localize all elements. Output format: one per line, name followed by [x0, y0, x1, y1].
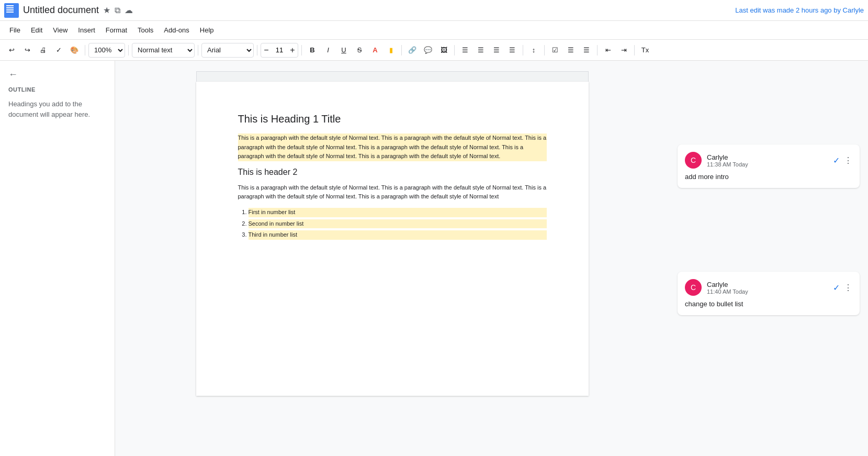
- comment-author-2: Carlyle: [707, 281, 748, 288]
- last-edit-info[interactable]: Last edit was made 2 hours ago by Carlyl…: [735, 6, 864, 14]
- bold-button[interactable]: B: [305, 43, 320, 58]
- menu-addons[interactable]: Add-ons: [159, 24, 194, 36]
- spellcheck-button[interactable]: ✓: [51, 43, 66, 58]
- comment-time-1: 11:38 AM Today: [707, 161, 748, 168]
- separator-7: [454, 45, 455, 55]
- list-item[interactable]: Third in number list: [249, 230, 547, 240]
- align-center-button[interactable]: ☰: [474, 43, 488, 58]
- comment-time-2: 11:40 AM Today: [707, 288, 748, 295]
- font-select[interactable]: Arial Times New Roman Courier New Georgi…: [201, 43, 254, 58]
- separator-10: [597, 45, 598, 55]
- comment-resolve-2[interactable]: ✓: [833, 283, 840, 293]
- separator-11: [634, 45, 635, 55]
- comment-button[interactable]: 💬: [421, 43, 435, 58]
- comment-author-1: Carlyle: [707, 153, 748, 161]
- clear-format-button[interactable]: Tx: [638, 43, 652, 58]
- comment-actions-2: ✓ ⋮: [833, 283, 852, 293]
- separator-9: [544, 45, 545, 55]
- sidebar: ← OUTLINE Headings you add to the docume…: [0, 61, 115, 456]
- ruler-bar: [196, 71, 589, 82]
- underline-button[interactable]: U: [336, 43, 351, 58]
- comment-card-2: C Carlyle 11:40 AM Today ✓ ⋮ change to b…: [678, 272, 860, 315]
- avatar-1: C: [685, 152, 702, 169]
- align-left-button[interactable]: ☰: [458, 43, 472, 58]
- link-button[interactable]: 🔗: [405, 43, 420, 58]
- indent-increase-button[interactable]: ⇥: [616, 43, 631, 58]
- numbered-list: First in number list Second in number li…: [249, 208, 547, 240]
- toolbar: ↩ ↪ 🖨 ✓ 🎨 100% 75% 125% 150% 200% Normal…: [0, 40, 868, 61]
- menu-view[interactable]: View: [48, 24, 73, 36]
- menu-file[interactable]: File: [4, 24, 26, 36]
- bullet-list-button[interactable]: ☰: [563, 43, 578, 58]
- heading2[interactable]: This is header 2: [238, 168, 547, 177]
- menu-tools[interactable]: Tools: [132, 24, 159, 36]
- separator-1: [85, 45, 85, 55]
- comment-more-2[interactable]: ⋮: [844, 283, 852, 293]
- back-button[interactable]: ←: [8, 69, 106, 80]
- comment-text-1: add more intro: [685, 173, 852, 181]
- comment-resolve-1[interactable]: ✓: [833, 155, 840, 165]
- document-title[interactable]: Untitled document: [23, 5, 99, 16]
- checklist-button[interactable]: ☑: [548, 43, 562, 58]
- title-icons: ★ ⧉ ☁: [103, 5, 133, 15]
- text-color-button[interactable]: A: [368, 43, 382, 58]
- indent-decrease-button[interactable]: ⇤: [601, 43, 615, 58]
- font-size-increase-button[interactable]: +: [287, 43, 298, 58]
- main-layout: ← OUTLINE Headings you add to the docume…: [0, 61, 868, 456]
- strikethrough-button[interactable]: S: [352, 43, 367, 58]
- outline-empty-text: Headings you add to the document will ap…: [8, 99, 106, 119]
- avatar-2: C: [685, 279, 702, 296]
- doc-page[interactable]: This is Heading 1 Title This is a paragr…: [196, 82, 589, 396]
- separator-2: [128, 45, 129, 55]
- separator-6: [401, 45, 402, 55]
- doc-area[interactable]: This is Heading 1 Title This is a paragr…: [115, 61, 669, 456]
- star-icon[interactable]: ★: [103, 5, 110, 15]
- comment-actions-1: ✓ ⋮: [833, 155, 852, 165]
- image-button[interactable]: 🖼: [436, 43, 451, 58]
- menu-edit[interactable]: Edit: [26, 24, 48, 36]
- comments-panel: C Carlyle 11:38 AM Today ✓ ⋮ add more in…: [669, 61, 868, 456]
- font-size-input[interactable]: [272, 46, 287, 54]
- separator-8: [523, 45, 523, 55]
- cloud-icon[interactable]: ☁: [125, 5, 133, 15]
- heading1[interactable]: This is Heading 1 Title: [238, 113, 547, 125]
- history-icon[interactable]: ⧉: [115, 6, 120, 15]
- zoom-select[interactable]: 100% 75% 125% 150% 200%: [88, 43, 125, 58]
- outline-title: OUTLINE: [8, 86, 106, 93]
- comment-text-2: change to bullet list: [685, 300, 852, 308]
- comment-author-info-2: Carlyle 11:40 AM Today: [707, 281, 748, 295]
- comment-more-1[interactable]: ⋮: [844, 155, 852, 165]
- comment-header-1: C Carlyle 11:38 AM Today ✓ ⋮: [685, 152, 852, 169]
- ruler: [196, 71, 589, 82]
- menu-bar: File Edit View Insert Format Tools Add-o…: [0, 21, 868, 40]
- separator-5: [301, 45, 302, 55]
- align-justify-button[interactable]: ☰: [505, 43, 520, 58]
- redo-button[interactable]: ↪: [20, 43, 35, 58]
- doc-icon: [4, 3, 19, 18]
- font-size-display: − +: [261, 43, 298, 58]
- numbered-list-button[interactable]: ☰: [579, 43, 594, 58]
- menu-format[interactable]: Format: [100, 24, 132, 36]
- comment-card-1: C Carlyle 11:38 AM Today ✓ ⋮ add more in…: [678, 144, 860, 188]
- highlight-button[interactable]: ▮: [384, 43, 398, 58]
- list-item[interactable]: Second in number list: [249, 219, 547, 229]
- paragraph1[interactable]: This is a paragraph with the default sty…: [238, 134, 547, 161]
- separator-3: [198, 45, 198, 55]
- list-item[interactable]: First in number list: [249, 208, 547, 217]
- menu-help[interactable]: Help: [195, 24, 219, 36]
- paint-format-button[interactable]: 🎨: [67, 43, 82, 58]
- title-bar: Untitled document ★ ⧉ ☁ Last edit was ma…: [0, 0, 868, 21]
- comment-author-info-1: Carlyle 11:38 AM Today: [707, 153, 748, 168]
- style-select[interactable]: Normal text Heading 1 Heading 2 Heading …: [132, 43, 195, 58]
- paragraph2[interactable]: This is a paragraph with the default sty…: [238, 183, 547, 202]
- separator-4: [257, 45, 257, 55]
- print-button[interactable]: 🖨: [36, 43, 50, 58]
- menu-insert[interactable]: Insert: [73, 24, 100, 36]
- undo-button[interactable]: ↩: [4, 43, 19, 58]
- italic-button[interactable]: I: [321, 43, 335, 58]
- font-size-decrease-button[interactable]: −: [261, 43, 272, 58]
- line-spacing-button[interactable]: ↕: [526, 43, 541, 58]
- align-right-button[interactable]: ☰: [489, 43, 504, 58]
- comment-header-2: C Carlyle 11:40 AM Today ✓ ⋮: [685, 279, 852, 296]
